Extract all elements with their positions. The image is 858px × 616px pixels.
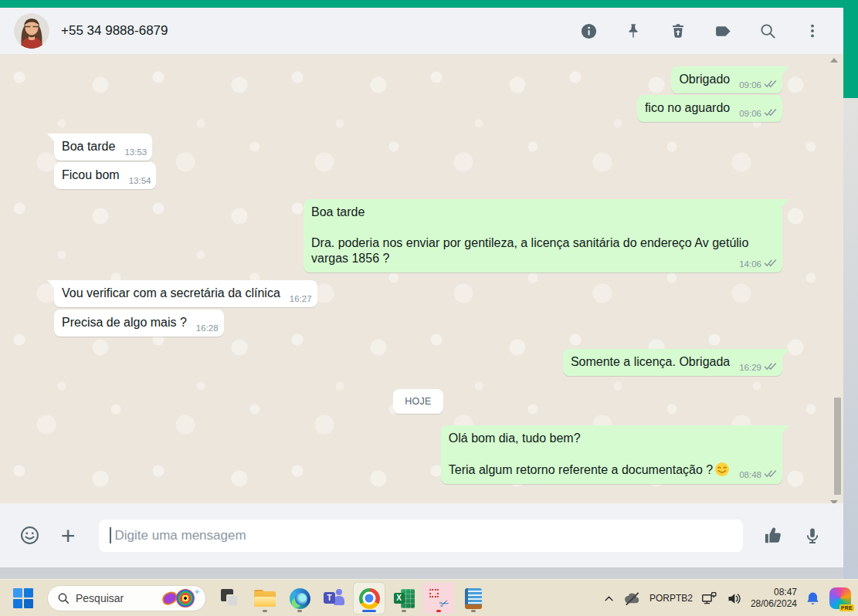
delivered-ticks-icon (764, 80, 777, 90)
message-row: Vou verificar com a secretária da clínic… (54, 280, 782, 307)
delivered-ticks-icon (764, 259, 777, 269)
notepad-button[interactable] (458, 583, 489, 614)
teams-icon: T (324, 588, 345, 608)
message-meta: 14:06 (739, 259, 777, 269)
teams-button[interactable]: T (319, 583, 350, 614)
message-input[interactable]: Digite uma mensagem (99, 520, 743, 552)
copilot-preview-badge: PRE (839, 604, 854, 611)
info-icon[interactable] (579, 22, 598, 40)
message-time: 16:27 (290, 293, 312, 304)
chrome-button[interactable] (354, 583, 385, 614)
text-caret (110, 527, 111, 543)
message-meta: 13:54 (129, 175, 151, 186)
message-text: HOJE (405, 396, 432, 407)
taskbar-left-group: Pesquisar ✦ T X (8, 580, 489, 616)
message-bubble[interactable]: Obrigado 09:06 (671, 66, 782, 93)
whatsapp-window: +55 34 9888-6879 (0, 8, 843, 579)
copilot-preview-button[interactable]: PRE (829, 587, 852, 610)
message-meta: 08:48 (739, 469, 777, 480)
running-indicator (263, 610, 267, 612)
windows-logo-icon (13, 588, 33, 608)
notepad-icon (465, 588, 482, 608)
running-indicator (471, 610, 476, 612)
clock[interactable]: 08:47 28/06/2024 (751, 587, 797, 610)
volume-icon[interactable] (726, 591, 742, 607)
screen: +55 34 9888-6879 (0, 0, 858, 616)
task-view-button[interactable] (215, 583, 246, 614)
header-actions (579, 22, 822, 40)
message-bubble[interactable]: Vou verificar com a secretária da clínic… (54, 280, 317, 307)
message-bubble[interactable]: HOJE (393, 389, 443, 414)
file-explorer-icon (254, 590, 276, 607)
label-icon[interactable] (714, 22, 732, 40)
notification-bell-icon[interactable] (805, 591, 820, 607)
taskbar-search[interactable]: Pesquisar ✦ (47, 585, 206, 611)
message-text: Vou verificar com a secretária da clínic… (62, 286, 280, 300)
excel-button[interactable]: X (388, 583, 419, 614)
thumbs-up-icon[interactable] (763, 525, 785, 547)
edge-icon (290, 588, 310, 609)
message-bubble[interactable]: Olá bom dia, tudo bem? Teria algum retor… (441, 425, 782, 484)
snipping-tool-icon: ✂ (429, 588, 449, 608)
smiling-face-emoji (714, 462, 730, 477)
network-icon[interactable] (701, 591, 717, 607)
pin-icon[interactable] (624, 22, 643, 40)
language-line1: POR (649, 594, 670, 604)
message-bubble[interactable]: Boa tarde Dra. poderia nos enviar por ge… (304, 199, 782, 272)
message-time: 16:29 (739, 362, 761, 373)
tray-chevron-icon[interactable] (603, 593, 615, 604)
microphone-icon[interactable] (802, 525, 823, 547)
emoji-picker-icon[interactable] (19, 525, 40, 547)
message-row: Somente a licença. Obrigada 16:29 (54, 349, 782, 376)
tray-date: 28/06/2024 (751, 598, 797, 610)
tray-time: 08:47 (751, 587, 797, 598)
avatar-photo (14, 13, 49, 49)
message-meta: 09:06 (739, 108, 777, 119)
desktop-background (842, 98, 858, 579)
message-meta: 16:29 (739, 362, 777, 373)
running-indicator (402, 610, 406, 612)
message-row: Ficou bom 13:54 (54, 162, 782, 189)
message-time: 08:48 (739, 469, 761, 480)
message-text: Boa tarde (62, 140, 115, 153)
message-meta: 16:28 (196, 323, 219, 333)
background-window-titlebar (0, 0, 858, 8)
message-bubble[interactable]: Boa tarde 13:53 (54, 134, 152, 161)
message-bubble[interactable]: Precisa de algo mais ? 16:28 (54, 310, 224, 337)
message-time: 13:54 (129, 175, 151, 186)
scrollbar-up-arrow[interactable] (830, 58, 838, 63)
language-indicator[interactable]: POR PTB2 (649, 594, 693, 604)
scrollbar-thumb[interactable] (834, 398, 841, 495)
message-bubble[interactable]: Somente a licença. Obrigada 16:29 (563, 349, 782, 376)
message-row: Olá bom dia, tudo bem? Teria algum retor… (54, 425, 782, 484)
edge-button[interactable] (284, 583, 315, 614)
message-bubble[interactable]: Ficou bom 13:54 (54, 162, 156, 189)
contact-avatar[interactable] (14, 13, 49, 49)
message-time: 09:06 (739, 80, 761, 90)
message-meta: 16:27 (290, 293, 312, 304)
message-time: 13:53 (124, 147, 147, 157)
snipping-tool-button[interactable]: ✂ (423, 583, 454, 614)
search-highlight-art[interactable]: ✦ (161, 587, 201, 610)
message-row: Boa tarde Dra. poderia nos enviar por ge… (54, 199, 782, 272)
input-placeholder: Digite uma mensagem (115, 528, 246, 543)
message-bubble[interactable]: fico no aguardo 09:06 (637, 95, 782, 122)
attach-plus-icon[interactable]: + (57, 525, 79, 547)
search-icon (57, 592, 70, 604)
message-row: Boa tarde 13:53 (54, 134, 782, 161)
start-button[interactable] (8, 583, 39, 614)
file-explorer-button[interactable] (249, 583, 280, 614)
delete-chat-icon[interactable] (669, 22, 687, 40)
search-icon[interactable] (758, 22, 777, 40)
language-line2: PTB2 (670, 594, 693, 604)
message-text: Ficou bom (62, 168, 120, 181)
message-row: fico no aguardo 09:06 (54, 95, 782, 122)
system-tray: POR PTB2 08:47 28/06/2024 PRE (603, 580, 852, 616)
message-composer: + Digite uma mensagem (0, 503, 843, 567)
contact-name[interactable]: +55 34 9888-6879 (61, 23, 168, 39)
running-indicator (297, 610, 302, 612)
chrome-icon (359, 588, 380, 609)
onedrive-paused-icon[interactable] (623, 590, 641, 608)
delivered-ticks-icon (764, 469, 777, 480)
menu-icon[interactable] (803, 22, 822, 40)
